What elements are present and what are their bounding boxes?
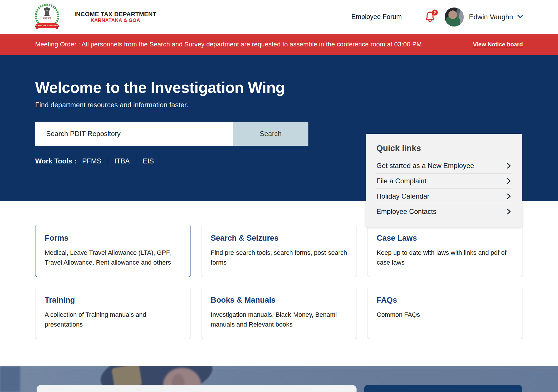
logo-ribbon-label: INCOME TAX DEPARTMENT <box>35 24 59 27</box>
repository-search: Search <box>35 122 308 146</box>
quick-link-label: Get started as a New Employee <box>376 162 474 170</box>
notification-count-badge: 0 <box>432 10 438 16</box>
bottom-preview-white-panel <box>37 385 357 392</box>
card-title: Case Laws <box>377 234 513 243</box>
card-description: Common FAQs <box>377 310 513 320</box>
notice-bar: Meeting Order : All personnels from the … <box>0 34 558 55</box>
card-training[interactable]: Training A collection of Training manual… <box>35 287 191 339</box>
department-region: KARNATAKA & GOA <box>91 18 140 23</box>
work-tools-label: Work Tools : <box>35 157 76 165</box>
work-tool-pfms-link[interactable]: PFMS <box>82 157 101 165</box>
card-books-manuals[interactable]: Books & Manuals Investigation manuals, B… <box>201 287 357 339</box>
card-title: Training <box>45 296 181 305</box>
quick-link-new-employee[interactable]: Get started as a New Employee <box>376 158 511 173</box>
header-divider <box>414 10 414 24</box>
cards-row-1: Forms Medical, Leave Travel Allowance (L… <box>35 225 523 277</box>
card-title: Search & Seizures <box>211 234 347 243</box>
card-title: Books & Manuals <box>211 296 347 305</box>
bottom-preview-section <box>0 366 558 392</box>
quick-link-label: Employee Contacts <box>376 208 436 216</box>
income-tax-department-logo-icon: सत्यमेव जयते INCOME TAX DEPARTMENT <box>32 2 62 32</box>
card-title: Forms <box>45 234 181 243</box>
header-actions: Employee Forum 0 Edwin Vaughn <box>351 7 523 27</box>
quick-link-file-complaint[interactable]: File a Complaint <box>376 174 511 189</box>
card-case-laws[interactable]: Case Laws Keep up to date with laws with… <box>367 225 523 277</box>
quick-link-employee-contacts[interactable]: Employee Contacts <box>376 204 511 219</box>
card-description: Medical, Leave Travel Allowance (LTA), G… <box>45 248 181 267</box>
card-description: A collection of Training manuals and pre… <box>45 310 181 329</box>
card-faqs[interactable]: FAQs Common FAQs <box>367 287 523 339</box>
user-avatar[interactable] <box>445 7 464 27</box>
bottom-preview-navy-panel <box>364 385 522 392</box>
chevron-right-icon <box>507 193 511 199</box>
investigation-wing-portal: सत्यमेव जयते INCOME TAX DEPARTMENT INCOM… <box>0 0 558 392</box>
notice-message: Meeting Order : All personnels from the … <box>35 41 422 48</box>
card-description: Investigation manuals, Black-Money, Bena… <box>211 310 347 329</box>
card-forms[interactable]: Forms Medical, Leave Travel Allowance (L… <box>35 225 191 277</box>
card-search-seizures[interactable]: Search & Seizures Find pre-search tools,… <box>201 225 357 277</box>
quick-links-title: Quick links <box>376 144 511 153</box>
employee-forum-link[interactable]: Employee Forum <box>351 13 402 21</box>
department-title: INCOME TAX DEPARTMENT KARNATAKA & GOA <box>74 11 157 23</box>
quick-link-holiday-calendar[interactable]: Holiday Calendar <box>376 189 511 204</box>
chevron-right-icon <box>507 208 511 215</box>
logo-lockup: सत्यमेव जयते INCOME TAX DEPARTMENT INCOM… <box>32 2 157 32</box>
work-tool-itba-link[interactable]: ITBA <box>114 157 130 165</box>
page-title: Welcome to the Investigation Wing <box>35 55 523 96</box>
quick-link-label: Holiday Calendar <box>376 192 429 200</box>
header: सत्यमेव जयते INCOME TAX DEPARTMENT INCOM… <box>0 0 558 34</box>
work-tool-eis-link[interactable]: EIS <box>143 157 154 165</box>
chevron-right-icon <box>507 178 511 184</box>
card-description: Keep up to date with laws with links and… <box>377 248 513 267</box>
quick-link-label: File a Complaint <box>376 177 426 185</box>
view-notice-board-link[interactable]: View Notice board <box>473 41 523 48</box>
search-input[interactable] <box>35 122 233 146</box>
cards-row-2: Training A collection of Training manual… <box>35 287 523 339</box>
user-name[interactable]: Edwin Vaughn <box>469 13 513 21</box>
chevron-right-icon <box>507 163 511 169</box>
work-tools-separator <box>108 157 108 165</box>
search-button[interactable]: Search <box>233 122 308 146</box>
card-title: FAQs <box>377 296 513 305</box>
page-subtitle: Find department resources and informatio… <box>35 101 523 109</box>
work-tools-separator <box>136 157 136 165</box>
card-description: Find pre-search tools, search forms, pos… <box>211 248 347 267</box>
department-name: INCOME TAX DEPARTMENT <box>74 11 157 18</box>
hero-section: Welcome to the Investigation Wing Find d… <box>0 55 558 201</box>
logo-motto-text: सत्यमेव जयते <box>43 17 51 19</box>
notifications-button[interactable]: 0 <box>425 11 436 23</box>
quick-links-card: Quick links Get started as a New Employe… <box>366 134 522 227</box>
user-menu-chevron-down-icon[interactable] <box>517 14 523 20</box>
